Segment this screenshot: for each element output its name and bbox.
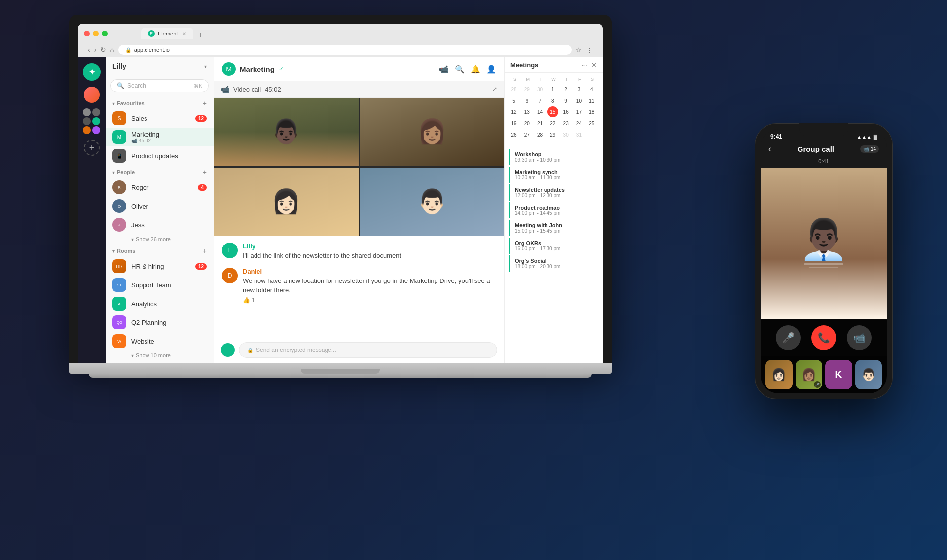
cal-4[interactable]: 4 (586, 84, 597, 95)
cal-24[interactable]: 24 (573, 118, 584, 129)
room-support-team[interactable]: ST Support Team (106, 276, 214, 294)
cal-12[interactable]: 12 (509, 106, 519, 117)
cal-25[interactable]: 25 (586, 118, 597, 129)
mute-button[interactable]: 🎤 (776, 325, 801, 350)
cal-7[interactable]: 7 (535, 95, 546, 106)
search-box[interactable]: 🔍 Search ⌘K (110, 79, 209, 92)
phone-screen: 9:41 ▲▲▲ ▓ ‹ Group call 📹 14 0:41 (761, 129, 887, 393)
user-avatar-main[interactable]: ✦ (83, 63, 101, 81)
message-input[interactable]: 🔒 Send an encrypted message... (239, 342, 497, 358)
cal-21[interactable]: 21 (535, 118, 546, 129)
minimize-button[interactable] (93, 31, 99, 36)
chevron-down-icon[interactable]: ▾ (204, 64, 207, 69)
meeting-workshop[interactable]: Workshop 09:30 am - 10:30 pm (509, 149, 599, 165)
add-room-button[interactable]: + (203, 247, 207, 255)
cal-19[interactable]: 19 (509, 118, 519, 129)
participant-thumb-4[interactable]: 👨🏻 (855, 360, 882, 389)
cal-20[interactable]: 20 (521, 118, 532, 129)
cal-3[interactable]: 3 (573, 84, 584, 95)
video-toggle-button[interactable]: 📹 (847, 325, 872, 350)
show-more-rooms[interactable]: ▾ Show 10 more (106, 350, 214, 360)
meeting-org-okrs[interactable]: Org OKRs 16:00 pm - 17:30 pm (509, 238, 599, 254)
meetings-more-icon[interactable]: ⋯ (581, 61, 587, 69)
cal-5[interactable]: 5 (509, 95, 519, 106)
meeting-org-social[interactable]: Org's Social 18:00 pm - 20:30 pm (509, 255, 599, 272)
meetings-close-icon[interactable]: ✕ (591, 61, 597, 69)
home-button[interactable]: ⌂ (110, 46, 114, 54)
bookmark-icon[interactable]: ☆ (576, 46, 582, 54)
person-roger[interactable]: R Roger 4 (106, 178, 214, 197)
reload-button[interactable]: ↻ (100, 46, 106, 54)
meeting-newsletter[interactable]: Newsletter updates 12:00 pm - 12:30 pm (509, 184, 599, 201)
cal-30-next[interactable]: 30 (560, 129, 571, 140)
cal-8[interactable]: 8 (547, 95, 558, 106)
cal-2[interactable]: 2 (560, 84, 571, 95)
cal-28[interactable]: 28 (535, 129, 546, 140)
tab-close-button[interactable]: ✕ (182, 31, 186, 36)
meeting-product-roadmap[interactable]: Product roadmap 14:00 pm - 14:45 pm (509, 202, 599, 218)
participant-thumb-2[interactable]: 👩🏽 🎤 (796, 360, 823, 389)
cal-17[interactable]: 17 (573, 106, 584, 117)
laptop-base (69, 363, 612, 374)
close-button[interactable] (84, 31, 90, 36)
person-jess[interactable]: J Jess (106, 215, 214, 234)
meeting-marketing-synch[interactable]: Marketing synch 10:30 am - 11:30 pm (509, 167, 599, 183)
person-oliver[interactable]: O Oliver (106, 197, 214, 215)
cal-6[interactable]: 6 (521, 95, 532, 106)
analytics-name: Analytics (131, 300, 207, 308)
room-hr-hiring[interactable]: HR HR & hiring 12 (106, 257, 214, 276)
cal-22[interactable]: 22 (547, 118, 558, 129)
maximize-button[interactable] (102, 31, 108, 36)
show-more-people[interactable]: ▾ Show 26 more (106, 234, 214, 244)
cal-15-today[interactable]: 15 (547, 106, 558, 117)
workspace-avatar-1[interactable] (84, 87, 100, 103)
cal-29-prev[interactable]: 29 (521, 84, 532, 95)
cal-11[interactable]: 11 (586, 95, 597, 106)
cal-9[interactable]: 9 (560, 95, 571, 106)
marketing-info: Marketing 📹 45:02 (131, 131, 207, 143)
cal-18[interactable]: 18 (586, 106, 597, 117)
cal-16[interactable]: 16 (560, 106, 571, 117)
phone-back-button[interactable]: ‹ (768, 144, 771, 154)
cal-31-next[interactable]: 31 (573, 129, 584, 140)
member-icon[interactable]: 👤 (486, 65, 496, 74)
browser-tab[interactable]: E Element ✕ (141, 28, 193, 39)
favourites-chevron[interactable]: ▾ (112, 101, 115, 106)
cal-1[interactable]: 1 (547, 84, 558, 95)
message-reaction[interactable]: 👍 1 (243, 297, 496, 304)
room-website[interactable]: W Website (106, 332, 214, 350)
cal-23[interactable]: 23 (560, 118, 571, 129)
room-analytics[interactable]: A Analytics (106, 294, 214, 313)
cal-14[interactable]: 14 (535, 106, 546, 117)
meeting-john[interactable]: Meeting with John 15:00 pm - 15:45 pm (509, 220, 599, 236)
new-tab-button[interactable]: + (194, 31, 207, 39)
back-button[interactable]: ‹ (88, 46, 90, 54)
end-call-button[interactable]: 📞 (811, 325, 836, 350)
rooms-chevron[interactable]: ▾ (112, 248, 115, 254)
search-chat-icon[interactable]: 🔍 (455, 65, 465, 74)
add-person-button[interactable]: + (203, 168, 207, 176)
add-favourite-button[interactable]: + (203, 99, 207, 107)
url-input[interactable]: 🔒 app.element.io (118, 45, 572, 55)
cal-28-prev[interactable]: 28 (509, 84, 519, 95)
cal-27[interactable]: 27 (521, 129, 532, 140)
cal-26[interactable]: 26 (509, 129, 519, 140)
participant-thumb-k[interactable]: K (825, 360, 852, 389)
room-q2-planning[interactable]: Q2 Q2 Planning (106, 313, 214, 332)
more-icon[interactable]: ⋮ (586, 46, 593, 54)
cal-10[interactable]: 10 (573, 95, 584, 106)
cal-30-prev[interactable]: 30 (535, 84, 546, 95)
cal-13[interactable]: 13 (521, 106, 532, 117)
notification-icon[interactable]: 🔔 (471, 65, 480, 74)
expand-video-icon[interactable]: ⤢ (492, 86, 497, 93)
forward-button[interactable]: › (94, 46, 97, 54)
video-call-icon[interactable]: 📹 (439, 65, 449, 74)
meeting-org-okrs-name: Org OKRs (515, 240, 594, 246)
add-workspace-button[interactable]: + (84, 140, 100, 156)
room-sales[interactable]: S Sales 12 (106, 109, 214, 128)
participant-thumb-1[interactable]: 👩🏻 (765, 360, 793, 389)
room-product-updates[interactable]: 📱 Product updates (106, 146, 214, 165)
cal-29[interactable]: 29 (547, 129, 558, 140)
room-marketing[interactable]: M Marketing 📹 45:02 (106, 128, 214, 146)
people-chevron[interactable]: ▾ (112, 170, 115, 175)
